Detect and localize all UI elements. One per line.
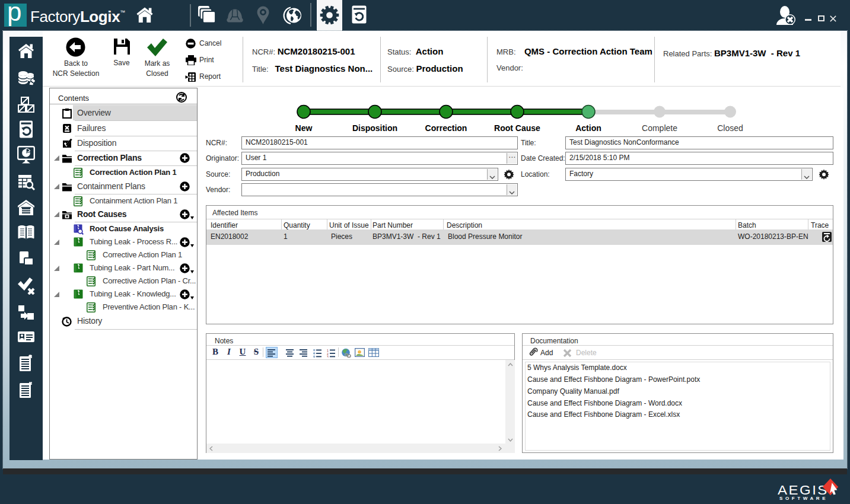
svg-text:3: 3 — [327, 355, 329, 358]
